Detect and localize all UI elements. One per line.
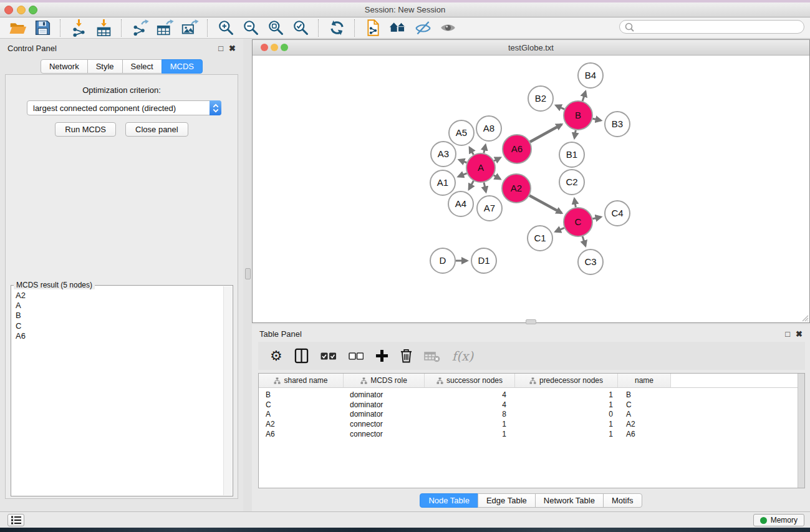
edge-A-A8[interactable] <box>484 145 486 153</box>
table-tab-network-table[interactable]: Network Table <box>535 493 604 508</box>
table-cell[interactable]: 4 <box>425 390 515 399</box>
table-cell[interactable]: C <box>259 400 344 409</box>
table-cell[interactable]: A6 <box>618 430 671 438</box>
tab-network[interactable]: Network <box>41 59 88 74</box>
edge-C-C3[interactable] <box>582 236 586 246</box>
save-session-button[interactable] <box>31 18 54 38</box>
edge-C-C1[interactable] <box>556 228 564 231</box>
mcds-result-item[interactable]: A2 <box>16 291 223 301</box>
table-row[interactable]: Bdominator41B <box>259 390 804 400</box>
network-minimize-button[interactable] <box>271 44 278 51</box>
column-header-shared-name[interactable]: shared name <box>259 374 344 387</box>
table-tab-edge-table[interactable]: Edge Table <box>478 493 536 508</box>
vertical-splitter-grip[interactable] <box>245 268 251 279</box>
run-mcds-button[interactable]: Run MCDS <box>55 122 116 137</box>
zoom-in-button[interactable] <box>214 18 238 38</box>
minimize-window-button[interactable] <box>17 6 26 14</box>
table-cell[interactable]: A6 <box>259 430 344 438</box>
table-tab-node-table[interactable]: Node Table <box>420 493 478 508</box>
mcds-list-scrollbar[interactable] <box>223 286 232 495</box>
table-cell[interactable]: 1 <box>425 430 515 438</box>
vertical-splitter[interactable] <box>243 39 252 511</box>
table-cell[interactable]: 1 <box>515 430 618 438</box>
edge-B-B4[interactable] <box>582 92 586 101</box>
task-history-button[interactable] <box>7 514 24 526</box>
table-cell[interactable]: connector <box>344 430 425 438</box>
table-cell[interactable]: B <box>618 390 671 399</box>
table-cell[interactable]: C <box>618 400 671 409</box>
edge-B-B3[interactable] <box>592 118 600 120</box>
edge-B-B2[interactable] <box>556 105 564 109</box>
table-cell[interactable]: 0 <box>515 410 618 418</box>
edge-A6-B[interactable] <box>530 124 562 142</box>
export-network-button[interactable] <box>128 18 152 38</box>
table-cell[interactable]: connector <box>344 420 425 428</box>
table-cell[interactable]: A2 <box>618 420 671 428</box>
table-row[interactable]: A2connector11A2 <box>259 419 804 429</box>
horizontal-splitter-grip[interactable] <box>526 319 536 324</box>
criterion-dropdown[interactable]: largest connected component (directed) <box>27 100 221 115</box>
refresh-view-button[interactable] <box>325 18 349 38</box>
table-cell[interactable]: A <box>259 410 344 418</box>
edge-A-A6[interactable] <box>494 158 500 161</box>
float-table-panel-icon[interactable]: □ <box>785 330 790 338</box>
edge-C-C4[interactable] <box>592 217 600 219</box>
import-network-button[interactable] <box>67 18 90 38</box>
zoom-selected-button[interactable] <box>289 18 312 38</box>
zoom-window-button[interactable] <box>29 6 37 14</box>
table-row[interactable]: A6connector11A6 <box>259 429 804 439</box>
edge-C-C2[interactable] <box>574 199 576 208</box>
table-cell[interactable]: dominator <box>344 390 425 399</box>
home-button[interactable] <box>386 18 410 38</box>
tab-style[interactable]: Style <box>87 59 123 74</box>
table-cell[interactable]: dominator <box>344 410 425 418</box>
network-canvas[interactable]: B4B2BB3A8A5A6A3B1AC2A1A2A4A7C4CC1DD1C3 <box>253 56 809 322</box>
table-cell[interactable]: 1 <box>515 400 618 409</box>
edge-A-A2[interactable] <box>494 175 500 179</box>
import-table-button[interactable] <box>92 18 115 38</box>
network-zoom-button[interactable] <box>281 44 288 51</box>
close-table-panel-icon[interactable]: ✖ <box>796 330 803 338</box>
edge-B-B1[interactable] <box>574 130 576 138</box>
dropdown-stepper-icon[interactable] <box>210 100 221 115</box>
memory-button[interactable]: Memory <box>753 514 804 526</box>
edge-A-A1[interactable] <box>458 173 467 177</box>
table-cell[interactable]: 1 <box>425 420 515 428</box>
edge-A2-C[interactable] <box>529 195 562 213</box>
deselect-all-columns-button[interactable] <box>349 352 364 360</box>
mcds-result-item[interactable]: B <box>16 311 223 321</box>
table-scrollbar[interactable] <box>798 374 804 488</box>
edge-A-A4[interactable] <box>469 181 473 189</box>
zoom-fit-button[interactable] <box>264 18 287 38</box>
table-cell[interactable]: A <box>618 410 671 418</box>
table-cell[interactable]: 8 <box>425 410 515 418</box>
close-window-button[interactable] <box>4 6 13 14</box>
table-cell[interactable]: B <box>259 390 344 399</box>
table-cell[interactable]: A2 <box>259 420 344 428</box>
mcds-result-item[interactable]: A6 <box>16 331 223 341</box>
table-cell[interactable]: 1 <box>515 390 618 399</box>
delete-column-button[interactable] <box>400 349 412 363</box>
table-row[interactable]: Adominator80A <box>259 409 804 419</box>
table-cell[interactable]: 1 <box>515 420 618 428</box>
mcds-result-item[interactable]: C <box>16 321 223 331</box>
network-close-button[interactable] <box>261 44 268 51</box>
mcds-result-item[interactable]: A <box>16 301 223 311</box>
column-layout-button[interactable] <box>294 348 309 364</box>
float-panel-icon[interactable]: □ <box>218 44 223 52</box>
search-field[interactable] <box>619 20 804 34</box>
close-panel-button[interactable]: Close panel <box>125 122 188 137</box>
column-header-successor-nodes[interactable]: successor nodes <box>425 374 515 387</box>
column-header-name[interactable]: name <box>618 374 671 387</box>
select-all-columns-button[interactable] <box>321 351 337 361</box>
edge-A-A5[interactable] <box>470 148 473 155</box>
close-panel-icon[interactable]: ✖ <box>229 44 236 52</box>
edge-A-A3[interactable] <box>459 160 466 162</box>
table-settings-button[interactable]: ⚙ <box>270 349 282 363</box>
export-table-button[interactable] <box>153 18 176 38</box>
table-cell[interactable]: 4 <box>425 400 515 409</box>
search-input[interactable] <box>637 22 804 32</box>
hide-panels-button[interactable] <box>411 18 435 38</box>
show-panels-button[interactable] <box>436 18 460 38</box>
tab-select[interactable]: Select <box>122 59 162 74</box>
